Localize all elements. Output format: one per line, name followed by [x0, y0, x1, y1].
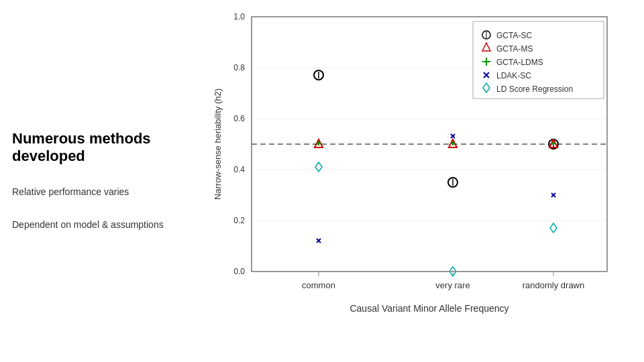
svg-text:0.4: 0.4 [233, 165, 245, 174]
svg-text:randomly drawn: randomly drawn [523, 280, 585, 290]
point-model: Dependent on model & assumptions [12, 219, 188, 232]
svg-text:GCTA-SC: GCTA-SC [496, 31, 532, 40]
svg-text:0.6: 0.6 [233, 114, 245, 123]
svg-text:LD Score Regression: LD Score Regression [496, 84, 573, 94]
svg-text:common: common [302, 280, 335, 290]
svg-text:0.8: 0.8 [233, 63, 245, 72]
chart-svg: 0.0 0.2 0.4 0.6 0.8 1.0 Narrow-sense her… [208, 7, 631, 322]
svg-text:GCTA-MS: GCTA-MS [496, 44, 533, 54]
svg-text:0.0: 0.0 [233, 267, 245, 276]
heading-methods: Numerous methods developed [12, 130, 188, 166]
chart-area: 0.0 0.2 0.4 0.6 0.8 1.0 Narrow-sense her… [201, 0, 644, 362]
svg-text:Narrow-sense heriability (h2): Narrow-sense heriability (h2) [213, 88, 223, 200]
svg-text:Causal Variant Minor Allele Fr: Causal Variant Minor Allele Frequency [350, 303, 508, 314]
svg-text:LDAK-SC: LDAK-SC [496, 71, 531, 80]
svg-text:GCTA-LDMS: GCTA-LDMS [496, 58, 543, 67]
left-panel: Numerous methods developed Relative perf… [0, 0, 201, 362]
point-performance: Relative performance varies [12, 186, 188, 199]
svg-text:very rare: very rare [435, 280, 470, 290]
svg-text:0.2: 0.2 [233, 216, 245, 225]
svg-text:1.0: 1.0 [233, 12, 245, 21]
